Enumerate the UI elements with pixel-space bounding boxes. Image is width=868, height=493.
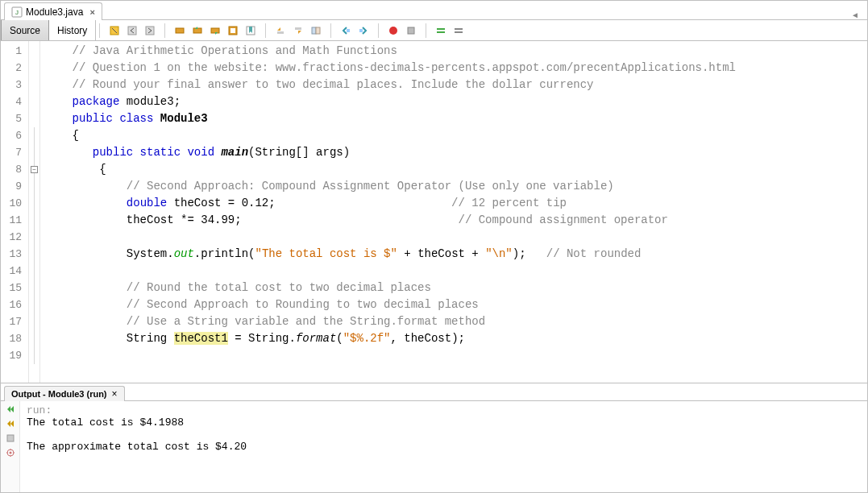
output-tab[interactable]: Output - Module3 (run) ×	[4, 386, 125, 401]
toggle-bookmark-icon[interactable]	[243, 23, 259, 39]
fold-cell	[29, 313, 39, 330]
rerun-icon[interactable]	[4, 403, 17, 416]
stop-macro-icon[interactable]	[403, 23, 419, 39]
svg-rect-11	[277, 31, 284, 34]
fold-cell[interactable]: −	[29, 161, 39, 178]
svg-rect-15	[347, 29, 350, 32]
prev-bookmark-icon[interactable]	[272, 23, 289, 39]
svg-rect-4	[146, 27, 154, 35]
editor-toolbar: Source History	[1, 20, 867, 41]
svg-rect-23	[7, 435, 14, 441]
code-line[interactable]: // Use a String variable and the String.…	[45, 313, 867, 330]
svg-rect-12	[295, 27, 301, 30]
uncomment-icon[interactable]	[451, 23, 467, 39]
code-line[interactable]	[45, 347, 867, 364]
code-line[interactable]: // Round the total cost to two decimal p…	[45, 280, 867, 296]
close-icon[interactable]: ×	[112, 388, 118, 400]
tab-scroll-left-icon[interactable]: ◄	[846, 10, 864, 19]
code-line[interactable]: {	[45, 161, 867, 178]
fold-cell	[29, 178, 39, 195]
code-line[interactable]: double theCost = 0.12; // 12 percent tip	[45, 195, 867, 212]
output-line: run:	[27, 404, 861, 416]
fold-cell	[29, 330, 39, 347]
fold-cell	[29, 144, 39, 161]
line-number: 15	[1, 280, 28, 296]
tab-source-label: Source	[10, 25, 40, 36]
shift-left-icon[interactable]	[338, 23, 354, 39]
find-prev-icon[interactable]	[189, 23, 206, 39]
fold-gutter: −	[29, 41, 40, 383]
line-number: 2	[1, 60, 28, 77]
toolbar-separator	[426, 23, 426, 38]
diff-icon[interactable]	[308, 23, 324, 39]
fold-collapse-icon[interactable]: −	[31, 166, 38, 173]
next-bookmark-icon[interactable]	[290, 23, 306, 39]
line-number: 12	[1, 229, 28, 246]
svg-rect-5	[176, 28, 184, 33]
svg-rect-20	[437, 31, 445, 33]
code-line[interactable]	[45, 229, 867, 246]
code-line[interactable]	[45, 263, 867, 280]
close-icon[interactable]: ×	[89, 7, 94, 17]
code-line[interactable]: String theCost1 = String.format("$%.2f",…	[45, 330, 867, 347]
code-line[interactable]: public static void main(String[] args)	[45, 144, 867, 161]
tab-source[interactable]: Source	[1, 20, 49, 40]
last-edit-icon[interactable]	[106, 23, 123, 39]
output-body: run:The total cost is $4.1988 The approx…	[1, 401, 867, 492]
fold-cell	[29, 229, 39, 246]
rerun-debug-icon[interactable]	[4, 417, 17, 430]
svg-point-17	[389, 27, 397, 35]
code-line[interactable]: // Second Approach to Rounding to two de…	[45, 296, 867, 313]
output-gutter	[1, 401, 20, 492]
code-line[interactable]: theCost *= 34.99; // Compound assignment…	[45, 212, 867, 229]
back-icon[interactable]	[124, 23, 140, 39]
code-line[interactable]: // Question 1 on the website: www.fracti…	[45, 60, 867, 77]
output-text[interactable]: run:The total cost is $4.1988 The approx…	[20, 401, 867, 492]
code-line[interactable]: // Java Arithmetic Operations and Math F…	[45, 43, 867, 60]
toolbar-separator	[378, 23, 379, 38]
fold-cell	[29, 263, 39, 280]
svg-point-25	[9, 452, 11, 454]
line-number: 8	[1, 161, 28, 178]
line-number: 11	[1, 212, 28, 229]
line-number: 10	[1, 195, 28, 212]
start-macro-icon[interactable]	[385, 23, 401, 39]
java-file-icon: J	[11, 6, 23, 18]
file-tab-label: Module3.java	[26, 6, 83, 18]
svg-rect-14	[316, 27, 320, 34]
find-next-icon[interactable]	[207, 23, 223, 39]
comment-icon[interactable]	[433, 23, 449, 39]
tab-history[interactable]: History	[49, 20, 96, 40]
toolbar-separator	[265, 23, 266, 38]
line-number: 5	[1, 110, 28, 127]
svg-rect-3	[128, 27, 136, 35]
line-number: 14	[1, 263, 28, 280]
code-line[interactable]: public class Module3	[45, 110, 867, 127]
svg-text:J: J	[15, 9, 19, 16]
code-line[interactable]: package module3;	[45, 93, 867, 110]
file-tab-bar: J Module3.java × ◄	[1, 1, 867, 20]
line-number: 7	[1, 144, 28, 161]
fold-cell	[29, 280, 39, 296]
code-line[interactable]: {	[45, 127, 867, 144]
settings-icon[interactable]	[4, 446, 17, 459]
fold-cell	[29, 212, 39, 229]
line-number: 9	[1, 178, 28, 195]
fold-cell	[29, 347, 39, 364]
toolbar-separator	[164, 23, 165, 38]
find-selection-icon[interactable]	[172, 23, 188, 39]
forward-icon[interactable]	[142, 23, 158, 39]
code-line[interactable]: // Round your final answer to two decima…	[45, 77, 867, 93]
toolbar-separator	[99, 23, 100, 38]
shift-right-icon[interactable]	[355, 23, 372, 39]
svg-rect-19	[437, 28, 445, 30]
code-line[interactable]: // Second Approach: Compound Assignment …	[45, 178, 867, 195]
code-lines[interactable]: // Java Arithmetic Operations and Math F…	[40, 41, 867, 383]
code-line[interactable]: System.out.println("The total cost is $"…	[45, 246, 867, 263]
toggle-highlight-icon[interactable]	[225, 23, 241, 39]
code-editor[interactable]: 12345678910111213141516171819 − // Java …	[1, 41, 867, 383]
line-number-gutter: 12345678910111213141516171819	[1, 41, 29, 383]
stop-icon[interactable]	[4, 432, 17, 445]
file-tab[interactable]: J Module3.java ×	[4, 2, 102, 20]
svg-rect-18	[408, 27, 414, 34]
